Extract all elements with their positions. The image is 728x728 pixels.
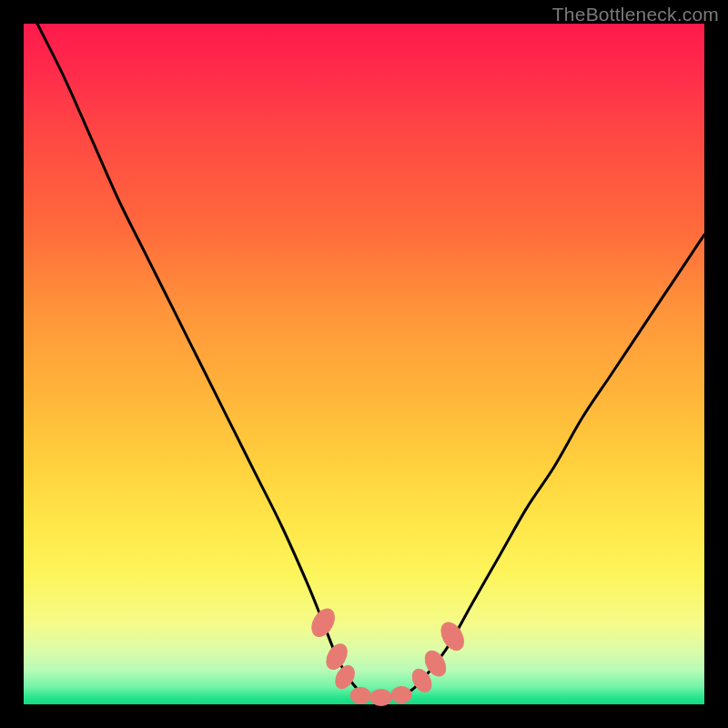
- outer-frame: TheBottleneck.com: [0, 0, 728, 728]
- right-upper-bead: [437, 619, 469, 654]
- bottom-bead-3: [391, 687, 411, 703]
- chart-svg: [24, 24, 704, 704]
- left-upper-bead: [308, 605, 339, 641]
- watermark-text: TheBottleneck.com: [552, 4, 719, 25]
- plot-area: [24, 24, 704, 704]
- bottom-bead-1: [350, 687, 370, 703]
- bottom-bead-2: [370, 690, 392, 706]
- bottleneck-curve: [37, 24, 704, 698]
- marker-group: [308, 605, 469, 706]
